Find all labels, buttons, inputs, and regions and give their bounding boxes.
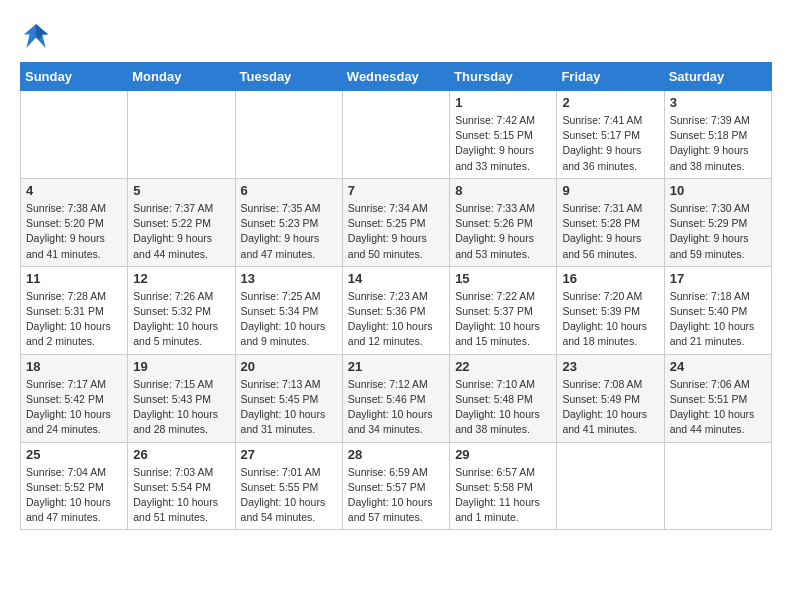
day-info: Sunrise: 7:13 AM Sunset: 5:45 PM Dayligh… [241, 377, 337, 438]
day-number: 23 [562, 359, 658, 374]
calendar-cell [21, 91, 128, 179]
day-number: 7 [348, 183, 444, 198]
calendar-cell [128, 91, 235, 179]
day-info: Sunrise: 7:34 AM Sunset: 5:25 PM Dayligh… [348, 201, 444, 262]
day-info: Sunrise: 7:08 AM Sunset: 5:49 PM Dayligh… [562, 377, 658, 438]
day-number: 24 [670, 359, 766, 374]
day-info: Sunrise: 7:17 AM Sunset: 5:42 PM Dayligh… [26, 377, 122, 438]
calendar-cell: 13Sunrise: 7:25 AM Sunset: 5:34 PM Dayli… [235, 266, 342, 354]
day-info: Sunrise: 7:41 AM Sunset: 5:17 PM Dayligh… [562, 113, 658, 174]
day-info: Sunrise: 7:01 AM Sunset: 5:55 PM Dayligh… [241, 465, 337, 526]
day-number: 3 [670, 95, 766, 110]
day-number: 28 [348, 447, 444, 462]
day-info: Sunrise: 7:38 AM Sunset: 5:20 PM Dayligh… [26, 201, 122, 262]
day-info: Sunrise: 7:35 AM Sunset: 5:23 PM Dayligh… [241, 201, 337, 262]
calendar-cell: 19Sunrise: 7:15 AM Sunset: 5:43 PM Dayli… [128, 354, 235, 442]
day-info: Sunrise: 7:31 AM Sunset: 5:28 PM Dayligh… [562, 201, 658, 262]
calendar-cell: 16Sunrise: 7:20 AM Sunset: 5:39 PM Dayli… [557, 266, 664, 354]
day-number: 21 [348, 359, 444, 374]
day-info: Sunrise: 7:37 AM Sunset: 5:22 PM Dayligh… [133, 201, 229, 262]
calendar-cell: 2Sunrise: 7:41 AM Sunset: 5:17 PM Daylig… [557, 91, 664, 179]
day-info: Sunrise: 7:25 AM Sunset: 5:34 PM Dayligh… [241, 289, 337, 350]
calendar-cell: 9Sunrise: 7:31 AM Sunset: 5:28 PM Daylig… [557, 178, 664, 266]
calendar-cell: 15Sunrise: 7:22 AM Sunset: 5:37 PM Dayli… [450, 266, 557, 354]
day-info: Sunrise: 6:57 AM Sunset: 5:58 PM Dayligh… [455, 465, 551, 526]
calendar-cell [235, 91, 342, 179]
calendar-cell: 20Sunrise: 7:13 AM Sunset: 5:45 PM Dayli… [235, 354, 342, 442]
calendar-cell: 10Sunrise: 7:30 AM Sunset: 5:29 PM Dayli… [664, 178, 771, 266]
day-number: 17 [670, 271, 766, 286]
calendar-week-1: 1Sunrise: 7:42 AM Sunset: 5:15 PM Daylig… [21, 91, 772, 179]
day-info: Sunrise: 7:22 AM Sunset: 5:37 PM Dayligh… [455, 289, 551, 350]
day-number: 10 [670, 183, 766, 198]
calendar-week-2: 4Sunrise: 7:38 AM Sunset: 5:20 PM Daylig… [21, 178, 772, 266]
calendar-cell: 3Sunrise: 7:39 AM Sunset: 5:18 PM Daylig… [664, 91, 771, 179]
header-saturday: Saturday [664, 63, 771, 91]
calendar-cell: 18Sunrise: 7:17 AM Sunset: 5:42 PM Dayli… [21, 354, 128, 442]
day-info: Sunrise: 7:39 AM Sunset: 5:18 PM Dayligh… [670, 113, 766, 174]
day-info: Sunrise: 6:59 AM Sunset: 5:57 PM Dayligh… [348, 465, 444, 526]
calendar-cell [342, 91, 449, 179]
day-info: Sunrise: 7:15 AM Sunset: 5:43 PM Dayligh… [133, 377, 229, 438]
calendar-header-row: SundayMondayTuesdayWednesdayThursdayFrid… [21, 63, 772, 91]
calendar-cell: 5Sunrise: 7:37 AM Sunset: 5:22 PM Daylig… [128, 178, 235, 266]
header-tuesday: Tuesday [235, 63, 342, 91]
day-info: Sunrise: 7:10 AM Sunset: 5:48 PM Dayligh… [455, 377, 551, 438]
day-number: 8 [455, 183, 551, 198]
logo [20, 20, 56, 52]
calendar-cell: 27Sunrise: 7:01 AM Sunset: 5:55 PM Dayli… [235, 442, 342, 530]
day-info: Sunrise: 7:26 AM Sunset: 5:32 PM Dayligh… [133, 289, 229, 350]
header-wednesday: Wednesday [342, 63, 449, 91]
day-number: 19 [133, 359, 229, 374]
day-number: 6 [241, 183, 337, 198]
day-number: 22 [455, 359, 551, 374]
calendar-cell: 26Sunrise: 7:03 AM Sunset: 5:54 PM Dayli… [128, 442, 235, 530]
day-number: 20 [241, 359, 337, 374]
calendar-cell: 23Sunrise: 7:08 AM Sunset: 5:49 PM Dayli… [557, 354, 664, 442]
calendar-cell: 6Sunrise: 7:35 AM Sunset: 5:23 PM Daylig… [235, 178, 342, 266]
calendar-week-3: 11Sunrise: 7:28 AM Sunset: 5:31 PM Dayli… [21, 266, 772, 354]
calendar-cell: 12Sunrise: 7:26 AM Sunset: 5:32 PM Dayli… [128, 266, 235, 354]
calendar-cell: 7Sunrise: 7:34 AM Sunset: 5:25 PM Daylig… [342, 178, 449, 266]
day-number: 16 [562, 271, 658, 286]
day-number: 18 [26, 359, 122, 374]
day-info: Sunrise: 7:28 AM Sunset: 5:31 PM Dayligh… [26, 289, 122, 350]
day-info: Sunrise: 7:23 AM Sunset: 5:36 PM Dayligh… [348, 289, 444, 350]
logo-icon [20, 20, 52, 52]
day-number: 25 [26, 447, 122, 462]
calendar-cell: 4Sunrise: 7:38 AM Sunset: 5:20 PM Daylig… [21, 178, 128, 266]
header-sunday: Sunday [21, 63, 128, 91]
day-info: Sunrise: 7:33 AM Sunset: 5:26 PM Dayligh… [455, 201, 551, 262]
calendar-cell [557, 442, 664, 530]
calendar-week-4: 18Sunrise: 7:17 AM Sunset: 5:42 PM Dayli… [21, 354, 772, 442]
day-number: 11 [26, 271, 122, 286]
day-info: Sunrise: 7:12 AM Sunset: 5:46 PM Dayligh… [348, 377, 444, 438]
day-number: 5 [133, 183, 229, 198]
calendar-cell: 1Sunrise: 7:42 AM Sunset: 5:15 PM Daylig… [450, 91, 557, 179]
calendar-cell: 17Sunrise: 7:18 AM Sunset: 5:40 PM Dayli… [664, 266, 771, 354]
calendar-table: SundayMondayTuesdayWednesdayThursdayFrid… [20, 62, 772, 530]
day-number: 1 [455, 95, 551, 110]
day-info: Sunrise: 7:42 AM Sunset: 5:15 PM Dayligh… [455, 113, 551, 174]
calendar-cell [664, 442, 771, 530]
day-number: 29 [455, 447, 551, 462]
calendar-cell: 28Sunrise: 6:59 AM Sunset: 5:57 PM Dayli… [342, 442, 449, 530]
day-number: 9 [562, 183, 658, 198]
page-header [20, 20, 772, 52]
day-number: 13 [241, 271, 337, 286]
day-info: Sunrise: 7:03 AM Sunset: 5:54 PM Dayligh… [133, 465, 229, 526]
day-info: Sunrise: 7:20 AM Sunset: 5:39 PM Dayligh… [562, 289, 658, 350]
day-info: Sunrise: 7:30 AM Sunset: 5:29 PM Dayligh… [670, 201, 766, 262]
day-info: Sunrise: 7:18 AM Sunset: 5:40 PM Dayligh… [670, 289, 766, 350]
calendar-cell: 25Sunrise: 7:04 AM Sunset: 5:52 PM Dayli… [21, 442, 128, 530]
day-info: Sunrise: 7:04 AM Sunset: 5:52 PM Dayligh… [26, 465, 122, 526]
calendar-cell: 14Sunrise: 7:23 AM Sunset: 5:36 PM Dayli… [342, 266, 449, 354]
header-friday: Friday [557, 63, 664, 91]
calendar-cell: 11Sunrise: 7:28 AM Sunset: 5:31 PM Dayli… [21, 266, 128, 354]
calendar-cell: 8Sunrise: 7:33 AM Sunset: 5:26 PM Daylig… [450, 178, 557, 266]
calendar-cell: 29Sunrise: 6:57 AM Sunset: 5:58 PM Dayli… [450, 442, 557, 530]
day-number: 12 [133, 271, 229, 286]
calendar-cell: 21Sunrise: 7:12 AM Sunset: 5:46 PM Dayli… [342, 354, 449, 442]
day-number: 2 [562, 95, 658, 110]
day-number: 26 [133, 447, 229, 462]
